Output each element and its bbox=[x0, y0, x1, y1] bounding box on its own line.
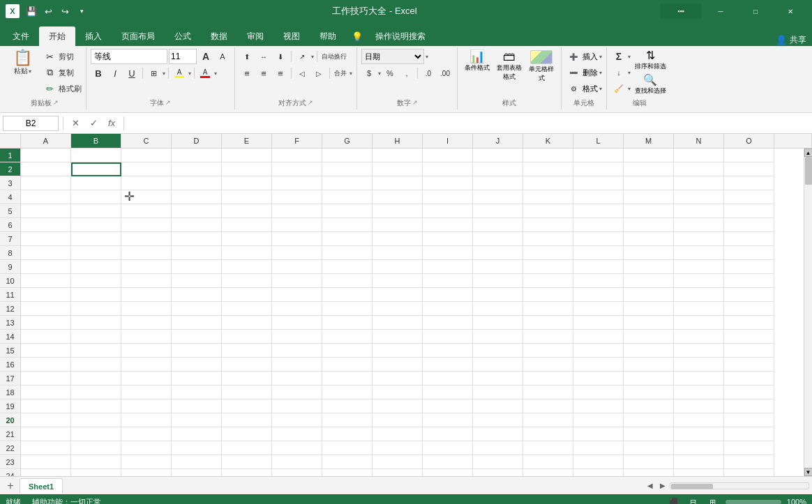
cell-C4[interactable] bbox=[121, 190, 172, 204]
cell-A20[interactable] bbox=[21, 413, 71, 427]
cell-B15[interactable] bbox=[71, 344, 121, 358]
cell-H19[interactable] bbox=[373, 399, 423, 413]
cell-O2[interactable] bbox=[724, 162, 774, 176]
row-num-22[interactable]: 22 bbox=[0, 441, 20, 455]
cell-H24[interactable] bbox=[373, 469, 423, 476]
row-num-12[interactable]: 12 bbox=[0, 302, 20, 316]
cell-M14[interactable] bbox=[624, 330, 674, 344]
cell-J18[interactable] bbox=[473, 385, 523, 399]
increase-decimal-button[interactable]: .0 bbox=[421, 66, 436, 81]
cell-C17[interactable] bbox=[121, 372, 172, 385]
cell-G14[interactable] bbox=[322, 330, 373, 344]
horizontal-scrollbar[interactable] bbox=[670, 482, 809, 489]
cell-B6[interactable] bbox=[71, 218, 121, 232]
cell-H1[interactable] bbox=[373, 148, 423, 162]
cell-A10[interactable] bbox=[21, 274, 71, 288]
conditional-format-button[interactable]: 📊 条件格式 bbox=[462, 49, 493, 74]
page-break-view-button[interactable]: ⊞ bbox=[706, 496, 720, 504]
cell-G22[interactable] bbox=[322, 441, 373, 455]
cell-A2[interactable] bbox=[21, 162, 71, 176]
cell-E14[interactable] bbox=[222, 330, 272, 344]
row-num-9[interactable]: 9 bbox=[0, 260, 20, 274]
cell-I9[interactable] bbox=[423, 260, 473, 274]
cell-J17[interactable] bbox=[473, 372, 523, 385]
row-num-21[interactable]: 21 bbox=[0, 427, 20, 441]
cell-L6[interactable] bbox=[573, 218, 624, 232]
cell-F19[interactable] bbox=[272, 399, 322, 413]
cell-A7[interactable] bbox=[21, 232, 71, 246]
cell-L1[interactable] bbox=[573, 148, 624, 162]
row-num-10[interactable]: 10 bbox=[0, 274, 20, 288]
cell-I16[interactable] bbox=[423, 358, 473, 372]
currency-dropdown-icon[interactable]: ▾ bbox=[378, 70, 381, 77]
cell-M13[interactable] bbox=[624, 316, 674, 330]
row-num-24[interactable]: 24 bbox=[0, 469, 20, 476]
cell-B17[interactable] bbox=[71, 372, 121, 385]
cell-M15[interactable] bbox=[624, 344, 674, 358]
minimize-button[interactable]: ─ bbox=[705, 0, 737, 22]
cell-J2[interactable] bbox=[473, 162, 523, 176]
cell-K8[interactable] bbox=[523, 246, 573, 260]
cell-J14[interactable] bbox=[473, 330, 523, 344]
cell-F2[interactable] bbox=[272, 162, 322, 176]
cell-C11[interactable] bbox=[121, 288, 172, 302]
cell-G6[interactable] bbox=[322, 218, 373, 232]
cell-F1[interactable] bbox=[272, 148, 322, 162]
cell-I4[interactable] bbox=[423, 190, 473, 204]
cell-I1[interactable] bbox=[423, 148, 473, 162]
cell-D6[interactable] bbox=[172, 218, 222, 232]
cell-E11[interactable] bbox=[222, 288, 272, 302]
cell-H20[interactable] bbox=[373, 413, 423, 427]
cell-H22[interactable] bbox=[373, 441, 423, 455]
cell-I19[interactable] bbox=[423, 399, 473, 413]
right-align-button[interactable]: ≡ bbox=[273, 66, 288, 81]
row-num-15[interactable]: 15 bbox=[0, 344, 20, 358]
cell-O1[interactable] bbox=[724, 148, 774, 162]
cell-H11[interactable] bbox=[373, 288, 423, 302]
cell-F20[interactable] bbox=[272, 413, 322, 427]
fx-button[interactable]: fx bbox=[104, 116, 119, 131]
cell-J13[interactable] bbox=[473, 316, 523, 330]
cut-label[interactable]: 剪切 bbox=[59, 52, 74, 62]
cell-A18[interactable] bbox=[21, 385, 71, 399]
cell-B8[interactable] bbox=[71, 246, 121, 260]
cell-L4[interactable] bbox=[573, 190, 624, 204]
cell-D21[interactable] bbox=[172, 427, 222, 441]
cell-L22[interactable] bbox=[573, 441, 624, 455]
cell-E22[interactable] bbox=[222, 441, 272, 455]
cell-B13[interactable] bbox=[71, 316, 121, 330]
cell-K17[interactable] bbox=[523, 372, 573, 385]
cell-G13[interactable] bbox=[322, 316, 373, 330]
font-name-input[interactable] bbox=[91, 49, 167, 64]
cell-B9[interactable] bbox=[71, 260, 121, 274]
cell-C8[interactable] bbox=[121, 246, 172, 260]
cell-F5[interactable] bbox=[272, 204, 322, 218]
cell-D9[interactable] bbox=[172, 260, 222, 274]
fill-dropdown-icon[interactable]: ▾ bbox=[188, 70, 191, 77]
col-header-K[interactable]: K bbox=[523, 134, 573, 148]
cell-I15[interactable] bbox=[423, 344, 473, 358]
cell-L11[interactable] bbox=[573, 288, 624, 302]
cell-E23[interactable] bbox=[222, 455, 272, 469]
cell-I8[interactable] bbox=[423, 246, 473, 260]
cell-A1[interactable] bbox=[21, 148, 71, 162]
insert-dropdown-icon[interactable]: ▾ bbox=[599, 54, 602, 60]
zoom-slider[interactable] bbox=[725, 500, 781, 504]
cell-L14[interactable] bbox=[573, 330, 624, 344]
cell-E21[interactable] bbox=[222, 427, 272, 441]
cell-I20[interactable] bbox=[423, 413, 473, 427]
cell-D4[interactable] bbox=[172, 190, 222, 204]
cell-B7[interactable] bbox=[71, 232, 121, 246]
wrap-text-button[interactable]: 自动换行 bbox=[320, 49, 348, 64]
fill-button[interactable]: ↓ bbox=[611, 65, 626, 80]
cell-O19[interactable] bbox=[724, 399, 774, 413]
cell-N23[interactable] bbox=[674, 455, 724, 469]
cell-K7[interactable] bbox=[523, 232, 573, 246]
cell-H12[interactable] bbox=[373, 302, 423, 316]
scroll-track[interactable] bbox=[804, 157, 813, 468]
cell-H5[interactable] bbox=[373, 204, 423, 218]
cell-J12[interactable] bbox=[473, 302, 523, 316]
cell-E8[interactable] bbox=[222, 246, 272, 260]
cell-D11[interactable] bbox=[172, 288, 222, 302]
cell-L13[interactable] bbox=[573, 316, 624, 330]
